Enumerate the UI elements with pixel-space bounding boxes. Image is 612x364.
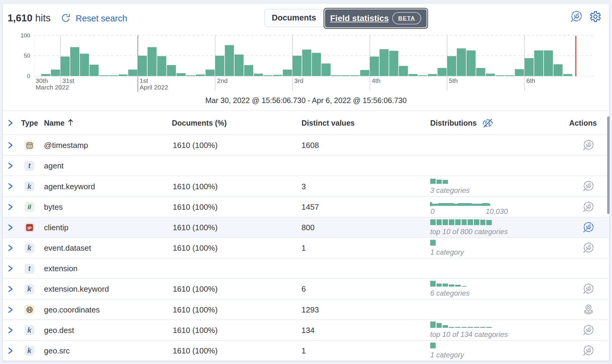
svg-text:April 2022: April 2022 [140,84,168,91]
svg-text:5th: 5th [449,77,458,84]
svg-text:4th: 4th [372,77,380,84]
svg-text:100: 100 [21,32,30,39]
svg-text:0: 0 [27,73,30,79]
svg-text:6th: 6th [526,77,535,84]
svg-text:50: 50 [24,52,30,59]
svg-text:2nd: 2nd [217,77,228,84]
svg-text:31st: 31st [62,77,74,84]
svg-text:1st: 1st [140,77,148,84]
svg-text:IP: IP [27,225,32,230]
svg-text:30th: 30th [36,77,48,84]
svg-text:March 2022: March 2022 [36,84,69,91]
svg-text:3rd: 3rd [294,77,303,84]
